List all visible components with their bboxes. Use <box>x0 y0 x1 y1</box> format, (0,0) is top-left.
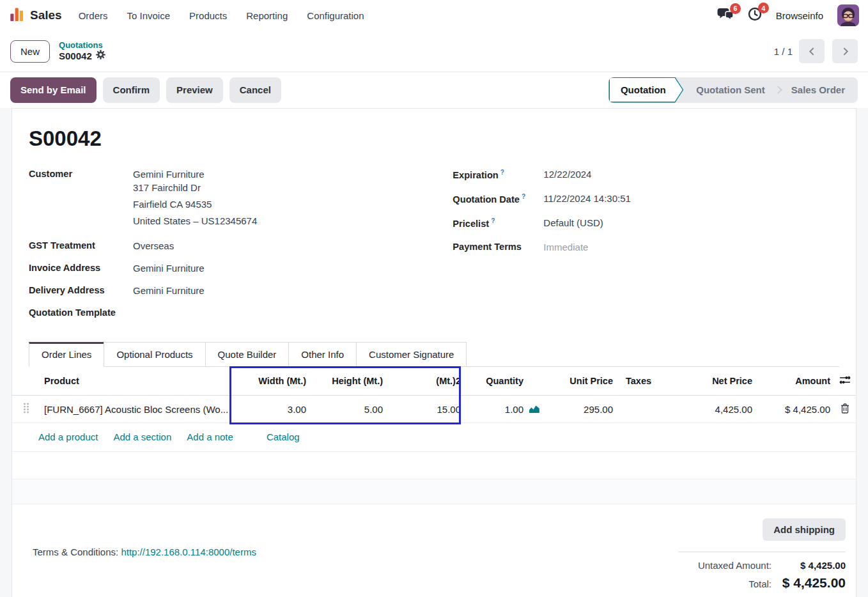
clock-icon <box>748 12 762 23</box>
gear-icon[interactable] <box>96 50 105 62</box>
order-lines-table-wrap: Product Width (Mt.) Height (Mt.) (Mt.)2 … <box>12 367 856 423</box>
cell-width[interactable]: 3.00 <box>236 396 313 423</box>
col-product[interactable]: Product <box>38 367 236 396</box>
state-quotation[interactable]: Quotation <box>608 77 683 103</box>
order-line-row[interactable]: [FURN_6667] Acoustic Bloc Screens (Wo...… <box>12 396 856 423</box>
breadcrumb-quotations-link[interactable]: Quotations <box>59 40 105 50</box>
cell-area[interactable]: 15.00 <box>389 396 467 423</box>
col-height[interactable]: Height (Mt.) <box>313 367 389 396</box>
cell-unit-price[interactable]: 295.00 <box>546 396 619 423</box>
col-taxes[interactable]: Taxes <box>619 367 681 396</box>
customer-address-line: Fairfield CA 94535 <box>133 196 257 213</box>
total-label: Total: <box>748 578 771 589</box>
user-menu[interactable]: Browseinfo <box>776 10 823 21</box>
tab-quote-builder[interactable]: Quote Builder <box>205 342 290 366</box>
help-icon[interactable]: ? <box>491 217 495 224</box>
pricelist-value[interactable]: Default (USD) <box>543 217 603 229</box>
pager-next-button[interactable] <box>832 39 858 63</box>
col-unit-price[interactable]: Unit Price <box>546 367 619 396</box>
untaxed-amount-label: Untaxed Amount: <box>698 560 771 571</box>
customer-address-line: 317 Fairchild Dr <box>133 180 257 196</box>
app-switcher[interactable]: Sales <box>9 6 62 25</box>
drag-handle[interactable] <box>12 396 38 423</box>
activities-menu-button[interactable]: 4 <box>748 7 762 24</box>
cell-quantity[interactable]: 1.00 <box>467 396 546 423</box>
confirm-button[interactable]: Confirm <box>103 77 160 103</box>
add-a-note-link[interactable]: Add a note <box>187 431 233 442</box>
content-area: S00042 Customer Gemini Furniture 317 Fai… <box>0 108 868 597</box>
delete-line-button[interactable] <box>837 396 856 423</box>
messages-menu-button[interactable]: 6 <box>717 8 734 24</box>
tab-order-lines[interactable]: Order Lines <box>29 342 104 367</box>
menu-configuration[interactable]: Configuration <box>307 10 364 21</box>
tab-customer-signature[interactable]: Customer Signature <box>356 342 467 366</box>
customer-label: Customer <box>29 169 133 229</box>
optional-columns-button[interactable] <box>837 367 856 396</box>
field-payment-terms: Payment Terms Immediate <box>453 242 839 252</box>
add-a-section-link[interactable]: Add a section <box>113 431 171 442</box>
breadcrumb-current-record: S00042 <box>59 50 92 61</box>
field-quotation-template: Quotation Template <box>29 307 450 318</box>
add-shipping-button[interactable]: Add shipping <box>763 518 846 541</box>
add-a-product-link[interactable]: Add a product <box>38 431 98 442</box>
activities-count-badge: 4 <box>758 3 769 13</box>
expiration-value[interactable]: 12/22/2024 <box>543 169 591 180</box>
quotation-date-value[interactable]: 11/22/2024 14:30:51 <box>543 193 631 205</box>
customer-address-line: United States – US12345674 <box>133 213 257 229</box>
order-lines-footer-links: Add a product Add a section Add a note C… <box>12 423 856 452</box>
app-name[interactable]: Sales <box>30 8 62 22</box>
field-pricelist: Pricelist? Default (USD) <box>453 217 839 229</box>
cell-net-price[interactable]: 4,425.00 <box>681 396 759 423</box>
main-menu: Orders To Invoice Products Reporting Con… <box>79 10 364 21</box>
help-icon[interactable]: ? <box>522 193 525 200</box>
gst-treatment-label: GST Treatment <box>29 240 133 251</box>
gst-treatment-value[interactable]: Overseas <box>133 240 174 251</box>
menu-to-invoice[interactable]: To Invoice <box>127 10 171 21</box>
catalog-link[interactable]: Catalog <box>267 431 300 442</box>
menu-orders[interactable]: Orders <box>79 10 108 21</box>
order-lines-table: Product Width (Mt.) Height (Mt.) (Mt.)2 … <box>12 367 856 423</box>
terms-link[interactable]: http://192.168.0.114:8000/terms <box>121 547 256 557</box>
cancel-button[interactable]: Cancel <box>229 77 281 103</box>
payment-terms-value[interactable]: Immediate <box>543 242 588 252</box>
cell-height[interactable]: 5.00 <box>313 396 389 423</box>
breadcrumb-bar: New Quotations S00042 1 / 1 <box>0 31 868 72</box>
drag-handle-column <box>12 367 38 396</box>
help-icon[interactable]: ? <box>500 169 504 176</box>
cell-product[interactable]: [FURN_6667] Acoustic Bloc Screens (Wo... <box>38 396 236 423</box>
payment-terms-label: Payment Terms <box>453 242 543 252</box>
tab-other-info[interactable]: Other Info <box>288 342 357 366</box>
col-amount[interactable]: Amount <box>759 367 837 396</box>
tab-optional-products[interactable]: Optional Products <box>104 342 205 366</box>
cell-amount[interactable]: $ 4,425.00 <box>759 396 837 423</box>
cell-taxes[interactable] <box>619 396 681 423</box>
pager-count: 1 / 1 <box>774 46 793 57</box>
totals-divider <box>678 552 846 552</box>
field-delivery-address: Delivery Address Gemini Furniture <box>29 285 450 296</box>
pager-previous-button[interactable] <box>799 39 825 63</box>
col-area[interactable]: (Mt.)2 <box>389 367 467 396</box>
drag-dots-icon <box>23 403 29 414</box>
new-button[interactable]: New <box>10 40 50 63</box>
col-net-price[interactable]: Net Price <box>681 367 759 396</box>
send-by-email-button[interactable]: Send by Email <box>10 77 97 103</box>
state-sales-order[interactable]: Sales Order <box>779 77 858 103</box>
messages-count-badge: 6 <box>730 3 741 14</box>
status-bar: Quotation Quotation Sent Sales Order <box>608 77 858 103</box>
col-quantity[interactable]: Quantity <box>467 367 546 396</box>
top-navbar: Sales Orders To Invoice Products Reporti… <box>0 0 868 31</box>
chevron-right-icon <box>841 47 849 56</box>
field-gst-treatment: GST Treatment Overseas <box>29 240 450 251</box>
sliders-icon <box>839 375 851 385</box>
invoice-address-value[interactable]: Gemini Furniture <box>133 263 205 274</box>
col-width[interactable]: Width (Mt.) <box>236 367 313 396</box>
menu-reporting[interactable]: Reporting <box>246 10 288 21</box>
user-avatar[interactable] <box>837 4 859 26</box>
state-quotation-sent[interactable]: Quotation Sent <box>683 77 778 103</box>
pricelist-label: Pricelist? <box>453 217 543 229</box>
customer-value[interactable]: Gemini Furniture <box>133 169 257 180</box>
expiration-label: Expiration? <box>453 169 543 180</box>
preview-button[interactable]: Preview <box>166 77 223 103</box>
menu-products[interactable]: Products <box>189 10 227 21</box>
delivery-address-value[interactable]: Gemini Furniture <box>133 285 205 296</box>
